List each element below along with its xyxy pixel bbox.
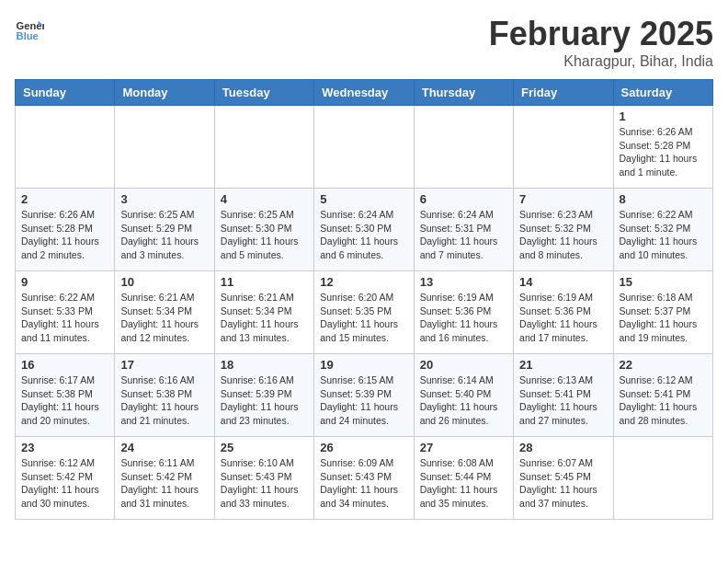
day-cell: 15Sunrise: 6:18 AM Sunset: 5:37 PM Dayli… [613, 271, 712, 354]
day-cell [214, 106, 313, 189]
svg-text:Blue: Blue [17, 30, 39, 41]
day-cell: 27Sunrise: 6:08 AM Sunset: 5:44 PM Dayli… [414, 437, 513, 520]
day-info: Sunrise: 6:13 AM Sunset: 5:41 PM Dayligh… [519, 373, 607, 428]
day-cell: 23Sunrise: 6:12 AM Sunset: 5:42 PM Dayli… [16, 437, 115, 520]
day-number: 13 [420, 275, 507, 289]
weekday-wednesday: Wednesday [314, 80, 414, 106]
day-info: Sunrise: 6:11 AM Sunset: 5:42 PM Dayligh… [120, 456, 208, 511]
week-row-1: 1Sunrise: 6:26 AM Sunset: 5:28 PM Daylig… [16, 106, 713, 189]
day-info: Sunrise: 6:09 AM Sunset: 5:43 PM Dayligh… [320, 456, 407, 511]
day-cell: 20Sunrise: 6:14 AM Sunset: 5:40 PM Dayli… [414, 354, 513, 437]
day-info: Sunrise: 6:24 AM Sunset: 5:31 PM Dayligh… [420, 208, 507, 262]
weekday-friday: Friday [514, 80, 613, 106]
day-cell: 8Sunrise: 6:22 AM Sunset: 5:32 PM Daylig… [613, 189, 712, 271]
week-row-3: 9Sunrise: 6:22 AM Sunset: 5:33 PM Daylig… [16, 271, 713, 354]
day-number: 4 [221, 192, 308, 206]
day-cell: 14Sunrise: 6:19 AM Sunset: 5:36 PM Dayli… [514, 271, 613, 354]
day-number: 23 [21, 441, 108, 454]
day-info: Sunrise: 6:19 AM Sunset: 5:36 PM Dayligh… [519, 291, 607, 345]
day-number: 10 [120, 275, 208, 289]
calendar-table: SundayMondayTuesdayWednesdayThursdayFrid… [15, 79, 713, 520]
day-number: 20 [420, 358, 507, 372]
day-cell: 6Sunrise: 6:24 AM Sunset: 5:31 PM Daylig… [414, 189, 513, 271]
day-cell: 4Sunrise: 6:25 AM Sunset: 5:30 PM Daylig… [214, 189, 313, 271]
title-area: February 2025 Kharagpur, Bihar, India [489, 15, 713, 70]
day-info: Sunrise: 6:25 AM Sunset: 5:30 PM Dayligh… [221, 208, 308, 262]
day-cell: 22Sunrise: 6:12 AM Sunset: 5:41 PM Dayli… [613, 354, 712, 437]
day-number: 28 [519, 441, 607, 454]
week-row-5: 23Sunrise: 6:12 AM Sunset: 5:42 PM Dayli… [16, 437, 713, 520]
week-row-2: 2Sunrise: 6:26 AM Sunset: 5:28 PM Daylig… [16, 189, 713, 271]
day-info: Sunrise: 6:16 AM Sunset: 5:39 PM Dayligh… [221, 373, 308, 428]
day-number: 5 [320, 192, 407, 206]
day-info: Sunrise: 6:17 AM Sunset: 5:38 PM Dayligh… [21, 373, 108, 428]
day-number: 3 [120, 192, 208, 206]
day-info: Sunrise: 6:12 AM Sunset: 5:41 PM Dayligh… [620, 373, 707, 428]
day-cell: 17Sunrise: 6:16 AM Sunset: 5:38 PM Dayli… [115, 354, 214, 437]
weekday-header-row: SundayMondayTuesdayWednesdayThursdayFrid… [16, 80, 713, 106]
day-number: 11 [221, 275, 308, 289]
day-number: 26 [320, 441, 407, 454]
day-info: Sunrise: 6:21 AM Sunset: 5:34 PM Dayligh… [221, 291, 308, 345]
day-cell [16, 106, 115, 189]
day-info: Sunrise: 6:08 AM Sunset: 5:44 PM Dayligh… [420, 456, 507, 511]
day-number: 8 [620, 192, 707, 206]
day-info: Sunrise: 6:14 AM Sunset: 5:40 PM Dayligh… [420, 373, 507, 428]
day-cell: 12Sunrise: 6:20 AM Sunset: 5:35 PM Dayli… [314, 271, 414, 354]
day-cell: 18Sunrise: 6:16 AM Sunset: 5:39 PM Dayli… [214, 354, 313, 437]
day-number: 19 [320, 358, 407, 372]
day-cell: 13Sunrise: 6:19 AM Sunset: 5:36 PM Dayli… [414, 271, 513, 354]
day-number: 21 [519, 358, 607, 372]
day-number: 27 [420, 441, 507, 454]
day-info: Sunrise: 6:07 AM Sunset: 5:45 PM Dayligh… [519, 456, 607, 511]
weekday-tuesday: Tuesday [214, 80, 313, 106]
day-cell [314, 106, 414, 189]
day-number: 7 [519, 192, 607, 206]
day-cell: 11Sunrise: 6:21 AM Sunset: 5:34 PM Dayli… [214, 271, 313, 354]
day-cell [414, 106, 513, 189]
day-info: Sunrise: 6:16 AM Sunset: 5:38 PM Dayligh… [120, 373, 208, 428]
day-cell: 1Sunrise: 6:26 AM Sunset: 5:28 PM Daylig… [613, 106, 712, 189]
weekday-monday: Monday [115, 80, 214, 106]
day-cell: 5Sunrise: 6:24 AM Sunset: 5:30 PM Daylig… [314, 189, 414, 271]
weekday-thursday: Thursday [414, 80, 513, 106]
day-info: Sunrise: 6:26 AM Sunset: 5:28 PM Dayligh… [620, 125, 707, 179]
day-info: Sunrise: 6:23 AM Sunset: 5:32 PM Dayligh… [519, 208, 607, 262]
day-number: 14 [519, 275, 607, 289]
day-info: Sunrise: 6:22 AM Sunset: 5:33 PM Dayligh… [21, 291, 108, 345]
day-cell: 10Sunrise: 6:21 AM Sunset: 5:34 PM Dayli… [115, 271, 214, 354]
day-info: Sunrise: 6:15 AM Sunset: 5:39 PM Dayligh… [320, 373, 407, 428]
day-info: Sunrise: 6:19 AM Sunset: 5:36 PM Dayligh… [420, 291, 507, 345]
day-info: Sunrise: 6:10 AM Sunset: 5:43 PM Dayligh… [221, 456, 308, 511]
day-cell: 16Sunrise: 6:17 AM Sunset: 5:38 PM Dayli… [16, 354, 115, 437]
day-number: 24 [120, 441, 208, 454]
day-cell: 9Sunrise: 6:22 AM Sunset: 5:33 PM Daylig… [16, 271, 115, 354]
day-cell: 25Sunrise: 6:10 AM Sunset: 5:43 PM Dayli… [214, 437, 313, 520]
day-cell: 24Sunrise: 6:11 AM Sunset: 5:42 PM Dayli… [115, 437, 214, 520]
day-number: 16 [21, 358, 108, 372]
day-number: 1 [620, 109, 707, 123]
day-cell: 2Sunrise: 6:26 AM Sunset: 5:28 PM Daylig… [16, 189, 115, 271]
header: General Blue February 2025 Kharagpur, Bi… [15, 15, 713, 70]
day-info: Sunrise: 6:20 AM Sunset: 5:35 PM Dayligh… [320, 291, 407, 345]
weekday-sunday: Sunday [16, 80, 115, 106]
day-cell [115, 106, 214, 189]
weekday-saturday: Saturday [613, 80, 712, 106]
day-number: 2 [21, 192, 108, 206]
logo: General Blue [15, 15, 44, 44]
week-row-4: 16Sunrise: 6:17 AM Sunset: 5:38 PM Dayli… [16, 354, 713, 437]
day-cell: 19Sunrise: 6:15 AM Sunset: 5:39 PM Dayli… [314, 354, 414, 437]
day-number: 25 [221, 441, 308, 454]
day-number: 6 [420, 192, 507, 206]
day-number: 15 [620, 275, 707, 289]
day-number: 17 [120, 358, 208, 372]
day-info: Sunrise: 6:26 AM Sunset: 5:28 PM Dayligh… [21, 208, 108, 262]
location-title: Kharagpur, Bihar, India [489, 53, 713, 70]
day-info: Sunrise: 6:12 AM Sunset: 5:42 PM Dayligh… [21, 456, 108, 511]
day-info: Sunrise: 6:22 AM Sunset: 5:32 PM Dayligh… [620, 208, 707, 262]
day-info: Sunrise: 6:25 AM Sunset: 5:29 PM Dayligh… [120, 208, 208, 262]
day-cell [514, 106, 613, 189]
month-title: February 2025 [489, 15, 713, 53]
day-cell [613, 437, 712, 520]
day-cell: 26Sunrise: 6:09 AM Sunset: 5:43 PM Dayli… [314, 437, 414, 520]
